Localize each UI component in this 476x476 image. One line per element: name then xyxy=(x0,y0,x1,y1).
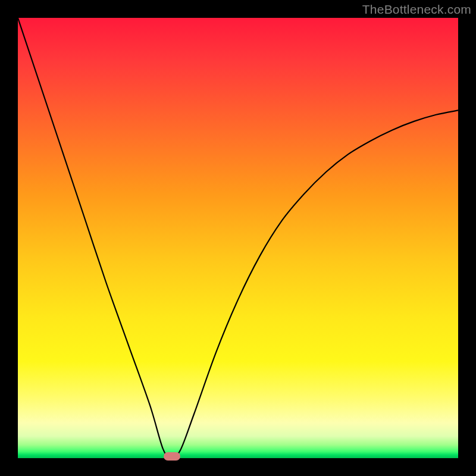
optimal-marker xyxy=(164,452,180,461)
watermark-text: TheBottleneck.com xyxy=(362,2,471,17)
plot-area xyxy=(18,18,458,458)
bottleneck-curve xyxy=(18,18,458,458)
chart-frame: TheBottleneck.com xyxy=(0,0,476,476)
